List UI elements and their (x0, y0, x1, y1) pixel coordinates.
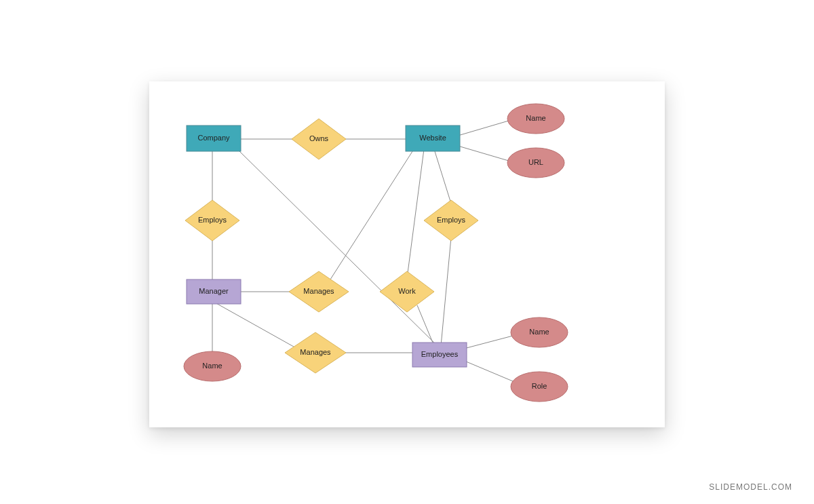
entity-manager: Manager (187, 279, 241, 304)
attr-employees-role: Role (511, 372, 568, 402)
attr-manager-name-label: Name (202, 362, 222, 370)
svg-line-7 (434, 149, 451, 203)
relation-employs-right-label: Employs (437, 216, 466, 224)
attr-website-name-label: Name (526, 114, 545, 122)
svg-line-13 (214, 302, 298, 349)
diagram-card: Company Website Manager Employees Owns E… (149, 81, 665, 427)
edges (212, 119, 526, 387)
entity-company-label: Company (197, 134, 230, 142)
svg-line-8 (441, 237, 451, 346)
entity-company: Company (187, 125, 241, 151)
attr-website-url-label: URL (528, 158, 543, 166)
watermark: SLIDEMODEL.COM (709, 482, 792, 492)
attr-website-url: URL (507, 148, 564, 178)
svg-line-12 (329, 149, 414, 282)
svg-line-10 (417, 305, 434, 346)
entity-employees-label: Employees (421, 350, 459, 358)
relation-owns-label: Owns (309, 134, 329, 142)
relation-work: Work (380, 271, 434, 312)
svg-line-2 (458, 119, 516, 136)
attr-website-name: Name (507, 104, 564, 134)
relation-manages-top: Manages (289, 271, 349, 312)
relation-manages-bottom: Manages (285, 332, 346, 373)
svg-line-9 (407, 149, 424, 278)
relation-owns: Owns (292, 119, 346, 159)
relation-manages-bottom-label: Manages (300, 348, 331, 356)
relation-employs-right: Employs (424, 200, 478, 241)
attr-employees-name: Name (511, 317, 568, 347)
er-diagram-svg: Company Website Manager Employees Owns E… (149, 81, 665, 427)
relation-employs-left-label: Employs (198, 216, 227, 224)
svg-line-3 (458, 146, 516, 163)
entity-website: Website (406, 125, 460, 151)
attr-employees-name-label: Name (529, 328, 549, 336)
svg-line-6 (237, 149, 438, 346)
entity-employees: Employees (412, 343, 467, 367)
relation-employs-left: Employs (185, 200, 239, 241)
entity-manager-label: Manager (199, 287, 229, 295)
entity-website-label: Website (419, 134, 446, 142)
relation-work-label: Work (398, 287, 416, 295)
attr-manager-name: Name (184, 351, 241, 381)
attr-employees-role-label: Role (532, 382, 547, 390)
relation-manages-top-label: Manages (303, 287, 334, 295)
